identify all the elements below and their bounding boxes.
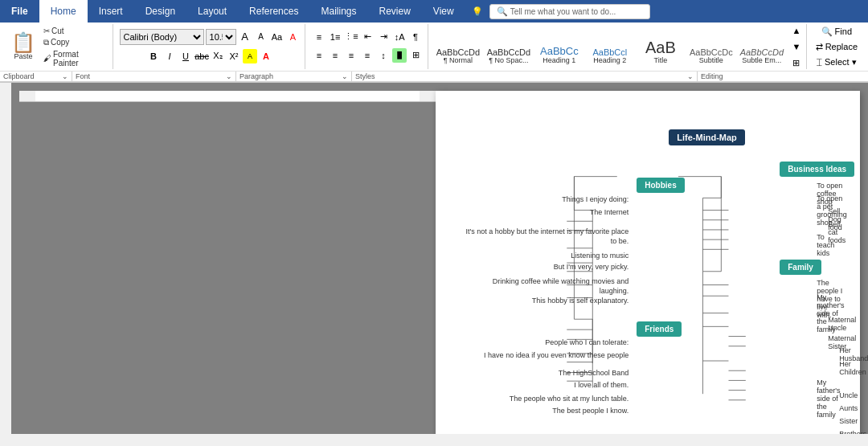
- bullets-button[interactable]: ≡: [312, 30, 326, 44]
- friends-item-1: People who I can tolerate:: [492, 338, 628, 346]
- decrease-indent-button[interactable]: ⇤: [360, 30, 375, 44]
- friends-item-3: The HighSchool Band: [500, 369, 628, 377]
- friends-item-4: I love all of them.: [508, 381, 628, 389]
- hobbies-item-3: It's not a hobby but the internet is my …: [460, 227, 628, 246]
- font-grow-button[interactable]: A: [238, 30, 252, 44]
- text-highlight-button[interactable]: A: [243, 49, 257, 63]
- layout-tab[interactable]: Layout: [186, 0, 238, 23]
- replace-button[interactable]: ⇄ Replace: [813, 41, 860, 53]
- underline-button[interactable]: U: [178, 49, 193, 63]
- format-painter-icon: 🖌: [43, 54, 51, 63]
- style-heading2[interactable]: AaBbCcl Heading 2: [585, 26, 635, 68]
- style-title[interactable]: AaB Title: [636, 26, 686, 68]
- paste-label: Paste: [14, 52, 32, 60]
- align-left-button[interactable]: ≡: [312, 48, 326, 63]
- cut-button[interactable]: ✂ Cut: [42, 26, 108, 36]
- find-icon: 🔍: [821, 27, 833, 37]
- family-item-8: Uncle: [839, 391, 858, 399]
- styles-scroll-up[interactable]: ▲: [789, 23, 804, 38]
- family-item-3: Maternal Uncle: [828, 316, 856, 332]
- shading-button[interactable]: █: [392, 48, 407, 63]
- multilevel-list-button[interactable]: ⋮≡: [344, 30, 358, 44]
- review-tab[interactable]: Review: [367, 0, 421, 23]
- select-button[interactable]: ⌶ Select ▾: [814, 56, 859, 68]
- paste-icon: 📋: [11, 33, 35, 52]
- copy-icon: ⧉: [43, 38, 49, 47]
- strikethrough-button[interactable]: abc: [194, 49, 209, 63]
- home-tab[interactable]: Home: [39, 0, 88, 23]
- clear-format-button[interactable]: A: [286, 30, 301, 44]
- view-tab[interactable]: View: [422, 0, 465, 23]
- sort-button[interactable]: ↕A: [392, 30, 407, 44]
- insert-tab[interactable]: Insert: [88, 0, 134, 23]
- cut-icon: ✂: [43, 27, 50, 35]
- font-group: Calibri (Body) 10.5 A A Aa A B I U abc X…: [115, 24, 305, 69]
- borders-button[interactable]: ⊞: [408, 48, 423, 63]
- paste-button[interactable]: 📋 Paste: [8, 31, 39, 62]
- business-item-5: To teach kids: [817, 233, 844, 257]
- align-center-button[interactable]: ≡: [328, 48, 342, 63]
- hobbies-item-7: This hobby is self explanatory.: [492, 297, 628, 305]
- business-node: Business Ideas: [780, 162, 854, 177]
- editing-label: Editing: [698, 72, 727, 81]
- hobbies-item-1: Things I enjoy doing:: [500, 195, 628, 203]
- style-normal[interactable]: AaBbCcDd ¶ Normal: [433, 26, 483, 68]
- style-no-spacing[interactable]: AaBbCcDd ¶ No Spac...: [484, 26, 534, 68]
- hobbies-item-2: The Internet: [516, 208, 628, 216]
- hobbies-item-5: But I'm very, very picky.: [500, 263, 628, 271]
- bold-button[interactable]: B: [146, 49, 161, 63]
- copy-button[interactable]: ⧉ Copy: [42, 37, 108, 48]
- styles-label: Styles⌄: [352, 72, 698, 81]
- style-heading1[interactable]: AaBbCc Heading 1: [534, 26, 584, 68]
- file-tab[interactable]: File: [0, 0, 39, 23]
- friends-node: Friends: [637, 321, 682, 337]
- format-painter-button[interactable]: 🖌 Format Painter: [42, 49, 108, 68]
- friends-item-2: I have no idea if you even know these pe…: [460, 351, 628, 359]
- show-formatting-button[interactable]: ¶: [408, 30, 423, 44]
- font-name-select[interactable]: Calibri (Body): [120, 29, 204, 45]
- font-label: Font⌄: [72, 72, 236, 81]
- font-size-select[interactable]: 10.5: [206, 29, 236, 45]
- doc-wrapper[interactable]: Life-Mind-Map Hobbies Things I enjoy doi…: [11, 83, 868, 434]
- friends-item-6: The best people I know.: [500, 407, 628, 415]
- cursor-icon: ⌶: [817, 57, 822, 67]
- ruler: [19, 91, 436, 423]
- superscript-button[interactable]: X²: [227, 49, 241, 63]
- increase-indent-button[interactable]: ⇥: [376, 30, 391, 44]
- friends-item-5: The people who sit at my lunch table.: [468, 395, 628, 403]
- design-tab[interactable]: Design: [134, 0, 186, 23]
- paragraph-group: ≡ 1≡ ⋮≡ ⇤ ⇥ ↕A ¶ ≡ ≡ ≡ ≡ ↕ █ ⊞: [307, 24, 428, 69]
- hobbies-item-6: Drinking coffee while watching movies an…: [468, 277, 628, 296]
- replace-icon: ⇄: [816, 42, 823, 52]
- clipboard-label: Clipboard⌄: [0, 72, 72, 81]
- styles-more[interactable]: ⊞: [789, 55, 804, 70]
- styles-gallery: AaBbCcDd ¶ Normal AaBbCcDd ¶ No Spac... …: [433, 23, 804, 70]
- align-right-button[interactable]: ≡: [344, 48, 358, 63]
- subscript-button[interactable]: X₂: [211, 49, 225, 63]
- family-item-9: Aunts: [839, 404, 858, 412]
- references-tab[interactable]: References: [238, 0, 309, 23]
- numbering-button[interactable]: 1≡: [328, 30, 342, 44]
- font-color-button[interactable]: A: [259, 49, 273, 63]
- left-ruler: [0, 83, 11, 434]
- find-button[interactable]: 🔍 Find: [819, 26, 854, 38]
- italic-button[interactable]: I: [162, 49, 177, 63]
- family-item-11: Brothers: [839, 430, 866, 434]
- tell-me-placeholder: Tell me what you want to do...: [510, 7, 616, 16]
- family-item-10: Sister: [839, 417, 858, 425]
- clipboard-group: 📋 Paste ✂ Cut ⧉ Copy 🖌 Format Painter: [3, 24, 113, 69]
- editing-group: 🔍 Find ⇄ Replace ⌶ Select ▾: [809, 24, 865, 69]
- font-shrink-button[interactable]: A: [254, 30, 268, 44]
- doc-page: Life-Mind-Map Hobbies Things I enjoy doi…: [436, 91, 860, 434]
- style-subtle-em[interactable]: AaBbCcDd Subtle Em...: [737, 26, 787, 68]
- line-spacing-button[interactable]: ↕: [376, 48, 391, 63]
- styles-group: AaBbCcDd ¶ Normal AaBbCcDd ¶ No Spac... …: [430, 24, 807, 69]
- style-subtitle[interactable]: AaBbCcDc Subtitle: [686, 26, 736, 68]
- hobbies-node: Hobbies: [637, 178, 684, 193]
- hobbies-item-4: Listening to music: [516, 252, 628, 260]
- justify-button[interactable]: ≡: [360, 48, 375, 63]
- styles-scroll-down[interactable]: ▼: [789, 39, 804, 54]
- change-case-button[interactable]: Aa: [270, 30, 285, 44]
- mailings-tab[interactable]: Mailings: [309, 0, 367, 23]
- tell-me-input[interactable]: 🔍 Tell me what you want to do...: [489, 4, 650, 19]
